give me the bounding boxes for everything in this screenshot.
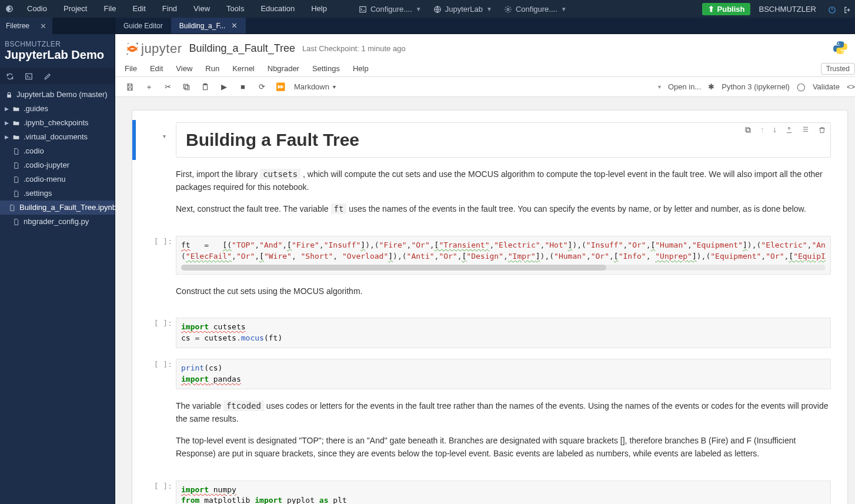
file-icon [12,148,20,155]
cell-prompt: [ ]: [138,482,172,490]
top-username[interactable]: BSCHMUTZLER [750,5,824,14]
menu-view[interactable]: View [185,0,218,18]
tree-folder[interactable]: ▶.ipynb_checkpoints [0,116,115,130]
svg-rect-4 [7,94,11,97]
menu-education[interactable]: Education [252,0,303,18]
save-icon[interactable] [125,82,135,92]
open-in-menu[interactable]: Open in... [668,82,701,91]
cell-code[interactable]: [ ]: import cutsets cs = cutsets.mocus(f… [132,315,847,351]
svg-rect-10 [183,85,188,89]
tree-file[interactable]: .codio-jupyter [0,158,115,172]
close-icon[interactable]: ✕ [231,21,238,30]
validate-button[interactable]: Validate [813,82,840,91]
tree-folder[interactable]: ▶.virtual_documents [0,130,115,144]
jupyter-logo: jupyter [125,41,182,56]
chevron-down-icon: ▾ [333,84,336,90]
markdown-text: The variable ftcoded uses codes or lette… [176,400,831,425]
code-editor[interactable]: print(cs) import pandas [176,359,831,389]
tab-building-fault[interactable]: Building_a_F...✕ [171,18,246,34]
menu-help[interactable]: Help [303,0,335,18]
tree-folder[interactable]: ▶.guides [0,102,115,116]
tree-file-active[interactable]: Building_a_Fault_Tree.ipynb [0,201,115,215]
edit-icon[interactable] [44,71,52,81]
cell-collapse-icon[interactable]: ▾ [163,133,166,139]
cut-icon[interactable]: ✂ [162,82,173,91]
code-icon[interactable]: <> [847,83,855,91]
menu-tools[interactable]: Tools [218,0,252,18]
file-icon [12,190,20,198]
caret-right-icon: ▶ [5,117,8,129]
logout-icon[interactable] [840,4,855,14]
sidebar-project-title: JupyterLab Demo [0,48,115,68]
notebook-canvas[interactable]: ▾ ↑ ↓ Building a Fault Tree [115,97,855,504]
lock-icon [5,91,13,99]
publish-button[interactable]: ⬆ Publish [702,3,751,15]
cell-markdown[interactable]: First, import the library cutsets , whic… [132,166,847,228]
tree-root-label: JupyterLab Demo (master) [16,89,108,101]
jmenu-nbgrader[interactable]: Nbgrader [268,64,299,73]
folder-icon [12,133,20,141]
runtab-configure-1[interactable]: Configure.... ▼ [353,4,428,14]
jmenu-settings[interactable]: Settings [312,64,340,73]
jmenu-edit[interactable]: Edit [150,64,163,73]
jupyter-menu: File Edit View Run Kernel Nbgrader Setti… [115,61,855,77]
kernel-status-icon: ◯ [797,82,806,91]
tree-label: .codio [24,145,44,157]
add-cell-icon[interactable]: ＋ [143,82,154,92]
sidebar-tab-filetree[interactable]: Filetree ✕ [0,18,52,34]
cell-markdown[interactable]: Construct the cut sets using the MOCUS a… [132,283,847,310]
runtab-label: JupyterLab [445,5,483,14]
restart-icon[interactable]: ⟳ [256,82,267,91]
tree-file[interactable]: .codio-menu [0,172,115,186]
jmenu-help[interactable]: Help [353,64,369,73]
runtab-label: Configure.... [516,5,557,14]
jmenu-file[interactable]: File [125,64,137,73]
cell-markdown-title[interactable]: ▾ ↑ ↓ Building a Fault Tree [132,120,847,160]
tree-root[interactable]: JupyterLab Demo (master) [0,88,115,102]
markdown-text: Next, construct the fault tree. The vari… [176,203,831,216]
menu-edit[interactable]: Edit [124,0,153,18]
horizontal-scrollbar[interactable] [181,265,826,271]
caret-right-icon: ▶ [5,103,8,115]
runtab-jupyterlab[interactable]: JupyterLab ▼ [428,4,498,14]
codio-logo [0,5,19,13]
document-tabs: Guide Editor Building_a_F...✕ [115,18,855,34]
trusted-badge[interactable]: Trusted [821,63,855,75]
close-icon[interactable]: ✕ [40,22,46,31]
cell-code[interactable]: [ ]: import numpy from matplotlib import… [132,478,847,504]
tree-file[interactable]: nbgrader_config.py [0,215,115,229]
menu-find[interactable]: Find [154,0,185,18]
tree-label: .settings [24,188,52,199]
menu-codio[interactable]: Codio [19,0,55,18]
tree-file[interactable]: .settings [0,186,115,201]
fast-forward-icon[interactable]: ⏩ [275,82,286,91]
code-editor[interactable]: import numpy from matplotlib import pypl… [176,480,831,504]
menu-file[interactable]: File [95,0,124,18]
stop-icon[interactable]: ■ [238,82,248,91]
kernel-name[interactable]: Python 3 (ipykernel) [722,82,790,91]
refresh-icon[interactable] [6,71,14,81]
cell-code[interactable]: [ ]: ft = [("TOP","And",["Fire","Insuff"… [132,233,847,277]
notebook-title: Building a Fault Tree [186,130,821,150]
notebook-name[interactable]: Building_a_Fault_Tree [189,42,295,55]
terminal-icon[interactable] [25,71,33,81]
markdown-text: First, import the library cutsets , whic… [176,168,831,193]
tab-guide-editor[interactable]: Guide Editor [115,18,171,34]
run-icon[interactable]: ▶ [219,82,229,91]
cell-code[interactable]: [ ]: print(cs) import pandas [132,356,847,392]
copy-icon[interactable] [181,82,192,92]
debug-icon[interactable]: ✱ [708,82,714,91]
tree-file[interactable]: .codio [0,144,115,158]
cell-markdown[interactable]: The variable ftcoded uses codes or lette… [132,398,847,472]
runtab-configure-2[interactable]: Configure.... ▼ [498,4,573,14]
sidebar: Filetree ✕ BSCHMUTZLER JupyterLab Demo J… [0,18,115,504]
jmenu-kernel[interactable]: Kernel [232,64,255,73]
paste-icon[interactable] [200,82,211,92]
code-editor[interactable]: ft = [("TOP","And",["Fire","Insuff"]),("… [176,236,831,275]
power-icon[interactable] [824,4,840,14]
jmenu-view[interactable]: View [176,64,192,73]
code-editor[interactable]: import cutsets cs = cutsets.mocus(ft) [176,318,831,348]
jmenu-run[interactable]: Run [205,64,219,73]
menu-project[interactable]: Project [55,0,95,18]
cell-type-select[interactable]: Markdown ▾ [294,82,336,91]
